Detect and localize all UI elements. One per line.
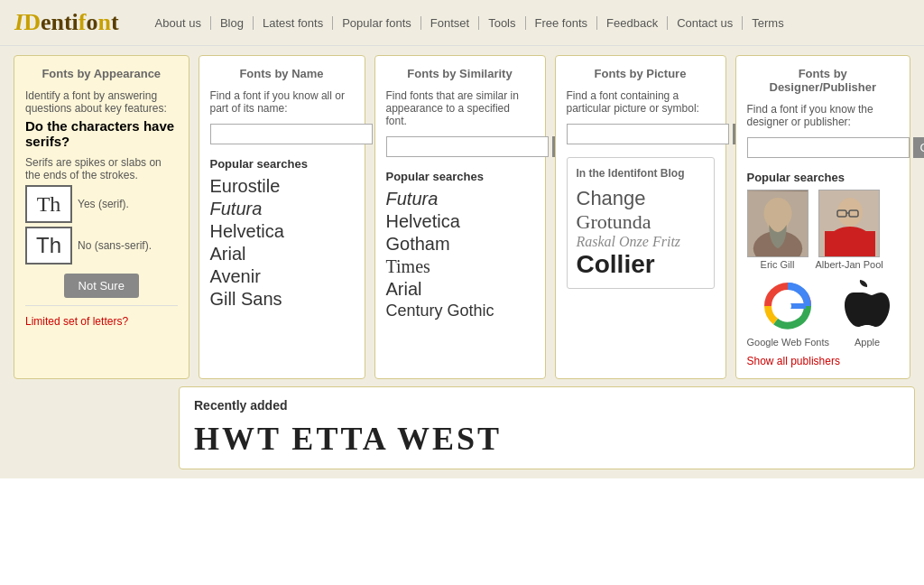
- list-item[interactable]: Futura: [386, 189, 534, 209]
- recently-added-section: Recently added HWT ETTA WEST: [179, 386, 915, 469]
- nav-about-us[interactable]: About us: [146, 16, 211, 30]
- list-item[interactable]: Helvetica: [386, 211, 534, 232]
- by-name-title: Fonts by Name: [210, 67, 354, 80]
- appearance-title: Fonts by Appearance: [25, 67, 178, 80]
- blog-grotunda[interactable]: Grotunda: [577, 210, 705, 234]
- by-similarity-title: Fonts by Similarity: [386, 67, 534, 80]
- by-designer-title: Fonts by Designer/Publisher: [747, 67, 900, 94]
- blog-collier[interactable]: Collier: [577, 250, 705, 279]
- not-sure-button[interactable]: Not Sure: [64, 274, 139, 298]
- by-similarity-font-list: Futura Helvetica Gotham Times Arial Cent…: [386, 189, 534, 320]
- by-similarity-desc: Find fonts that are similar in appearanc…: [386, 89, 534, 127]
- by-designer-search-row: Go: [747, 137, 900, 158]
- google-fonts-item[interactable]: Google Web Fonts: [747, 275, 830, 348]
- by-designer-desc: Find a font if you know the designer or …: [747, 103, 900, 128]
- list-item[interactable]: Times: [386, 256, 534, 277]
- by-name-search-row: Go: [210, 124, 354, 144]
- apple-name: Apple: [855, 337, 880, 348]
- blog-box: In the Identifont Blog Change Grotunda R…: [567, 157, 715, 289]
- by-similarity-search-row: Go: [386, 136, 534, 157]
- nav-terms[interactable]: Terms: [743, 16, 792, 30]
- serif-question: Do the characters have serifs?: [25, 118, 178, 149]
- list-item[interactable]: Avenir: [210, 266, 354, 287]
- apple-logo: [845, 280, 890, 332]
- by-designer-card: Fonts by Designer/Publisher Find a font …: [735, 55, 911, 379]
- albert-photo: [819, 190, 880, 257]
- by-similarity-popular-label: Popular searches: [386, 170, 534, 183]
- by-similarity-card: Fonts by Similarity Find fonts that are …: [374, 55, 546, 379]
- serif-option-yes[interactable]: Th Yes (serif).: [25, 185, 178, 223]
- svg-point-4: [837, 198, 863, 227]
- main-nav: About us Blog Latest fonts Popular fonts…: [146, 16, 793, 30]
- serif-sample-no: Th: [25, 227, 72, 265]
- by-picture-card: Fonts by Picture Find a font containing …: [555, 55, 726, 379]
- eric-gill-photo: [748, 190, 808, 257]
- albert-jan-pool-item[interactable]: Albert-Jan Pool: [816, 190, 883, 270]
- by-picture-title: Fonts by Picture: [567, 67, 715, 80]
- by-similarity-input[interactable]: [386, 136, 549, 157]
- nav-fontset[interactable]: Fontset: [421, 16, 479, 30]
- nav-blog[interactable]: Blog: [211, 16, 254, 30]
- list-item[interactable]: Gill Sans: [210, 289, 354, 310]
- list-item[interactable]: Eurostile: [210, 176, 354, 197]
- no-serif-label: No (sans-serif).: [78, 239, 152, 252]
- list-item[interactable]: Arial: [210, 244, 354, 265]
- nav-feedback[interactable]: Feedback: [597, 16, 668, 30]
- nav-latest-fonts[interactable]: Latest fonts: [254, 16, 333, 30]
- recently-added-title: Recently added: [194, 398, 900, 413]
- albert-jan-name: Albert-Jan Pool: [816, 259, 883, 270]
- bottom-spacer: [9, 386, 170, 469]
- by-designer-go[interactable]: Go: [913, 137, 925, 158]
- list-item[interactable]: Century Gothic: [386, 302, 534, 320]
- nav-free-fonts[interactable]: Free fonts: [526, 16, 598, 30]
- by-name-font-list: Eurostile Futura Helvetica Arial Avenir …: [210, 176, 354, 310]
- nav-popular-fonts[interactable]: Popular fonts: [333, 16, 421, 30]
- site-logo[interactable]: IDentifont: [14, 9, 119, 36]
- yes-serif-label: Yes (serif).: [78, 198, 129, 210]
- apple-item[interactable]: Apple: [836, 275, 898, 348]
- list-item[interactable]: Arial: [386, 279, 534, 300]
- nav-tools[interactable]: Tools: [479, 16, 525, 30]
- list-item[interactable]: Gotham: [386, 234, 534, 255]
- by-name-input[interactable]: [210, 124, 373, 144]
- show-all-publishers-link[interactable]: Show all publishers: [747, 355, 900, 367]
- blog-raskal[interactable]: Raskal Onze Fritz: [577, 234, 705, 250]
- google-fonts-name: Google Web Fonts: [747, 337, 830, 348]
- by-designer-popular-label: Popular searches: [747, 171, 900, 184]
- by-name-desc: Find a font if you know all or part of i…: [210, 89, 354, 115]
- blog-change[interactable]: Change: [577, 187, 705, 210]
- by-picture-search-row: Go: [567, 124, 715, 144]
- list-item[interactable]: Helvetica: [210, 221, 354, 242]
- by-name-card: Fonts by Name Find a font if you know al…: [199, 55, 365, 379]
- identify-label: Identify a font by answering questions a…: [25, 89, 178, 115]
- by-designer-input[interactable]: [747, 137, 910, 158]
- by-name-popular-label: Popular searches: [210, 157, 354, 171]
- svg-point-9: [832, 227, 868, 245]
- serif-desc: Serifs are spikes or slabs on the ends o…: [25, 156, 178, 181]
- serif-option-no[interactable]: Th No (sans-serif).: [25, 227, 178, 265]
- by-picture-desc: Find a font containing a particular pict…: [567, 89, 715, 115]
- eric-gill-item[interactable]: Eric Gill: [747, 190, 808, 270]
- by-picture-input[interactable]: [567, 124, 729, 144]
- google-g-logo: [762, 280, 814, 332]
- recently-added-font[interactable]: HWT ETTA WEST: [194, 420, 900, 458]
- appearance-card: Fonts by Appearance Identify a font by a…: [14, 55, 189, 379]
- limited-letters-link[interactable]: Limited set of letters?: [25, 315, 178, 328]
- svg-point-13: [784, 302, 791, 310]
- blog-title: In the Identifont Blog: [577, 167, 705, 180]
- list-item[interactable]: Futura: [210, 199, 354, 219]
- serif-sample-yes: Th: [25, 185, 72, 223]
- nav-contact-us[interactable]: Contact us: [668, 16, 743, 30]
- eric-gill-name: Eric Gill: [761, 259, 795, 270]
